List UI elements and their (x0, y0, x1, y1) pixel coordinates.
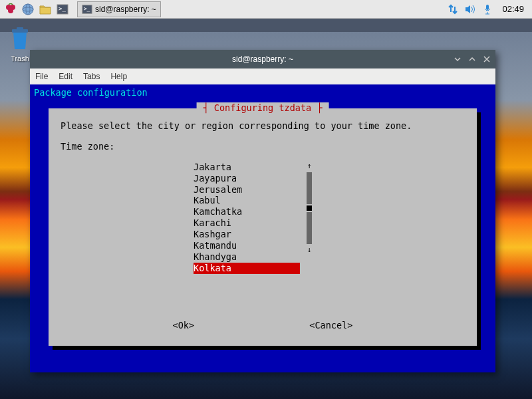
microphone-icon[interactable] (479, 1, 495, 17)
list-item[interactable]: Katmandu (194, 240, 465, 251)
menu-file[interactable]: File (35, 72, 48, 81)
taskbar: >_ >_ sid@raspberry: ~ 02:49 (0, 0, 532, 19)
app-menu-icon[interactable] (3, 1, 19, 17)
terminal-launcher-icon[interactable]: >_ (55, 1, 70, 17)
terminal-content[interactable]: Package configuration ┤ Configuring tzda… (30, 84, 495, 372)
web-browser-icon[interactable] (20, 1, 36, 17)
menu-help[interactable]: Help (110, 72, 127, 81)
window-minimize-icon[interactable] (453, 55, 462, 64)
list-item[interactable]: Jayapura (194, 173, 465, 184)
tzdata-dialog: ┤ Configuring tzdata ├ Please select the… (49, 108, 477, 346)
taskbar-window-button[interactable]: >_ sid@raspberry: ~ (77, 1, 161, 17)
window-title: sid@raspberry: ~ (232, 55, 293, 64)
svg-point-3 (23, 4, 33, 15)
cancel-button[interactable]: <Cancel> (309, 320, 352, 331)
svg-point-2 (8, 8, 13, 13)
trash-label: Trash (11, 55, 29, 63)
volume-icon[interactable] (462, 1, 478, 17)
svg-rect-10 (486, 5, 489, 10)
window-menubar: File Edit Tabs Help (30, 68, 495, 84)
window-close-icon[interactable] (482, 55, 491, 64)
network-icon[interactable] (445, 1, 461, 17)
timezone-list[interactable]: Jakarta Jayapura Jerusalem Kabul Kamchat… (194, 162, 465, 274)
list-item[interactable]: Karachi (194, 217, 465, 229)
ok-button[interactable]: <Ok> (173, 320, 195, 331)
scroll-down-icon[interactable]: ↓ (307, 245, 312, 255)
taskbar-window-label: sid@raspberry: ~ (95, 5, 156, 14)
menu-edit[interactable]: Edit (59, 72, 72, 81)
list-item[interactable]: Jerusalem (194, 184, 465, 196)
desktop-trash[interactable]: Trash (7, 25, 33, 63)
list-scrollbar[interactable]: ↑ ↓ (307, 162, 312, 265)
svg-rect-12 (17, 27, 23, 30)
window-titlebar[interactable]: sid@raspberry: ~ (30, 50, 495, 68)
terminal-window: sid@raspberry: ~ File Edit Tabs Help Pac… (30, 50, 495, 372)
taskbar-clock[interactable]: 02:49 (497, 4, 529, 14)
list-item[interactable]: Kabul (194, 195, 465, 206)
timezone-label: Time zone: (61, 141, 465, 152)
list-item[interactable]: Kamchatka (194, 206, 465, 217)
file-manager-icon[interactable] (37, 1, 53, 17)
svg-text:>_: >_ (84, 5, 90, 11)
list-item[interactable]: Kashgar (194, 229, 465, 240)
package-config-header: Package configuration (34, 87, 491, 98)
dialog-title: ┤ Configuring tzdata ├ (197, 102, 329, 114)
list-item[interactable]: Jakarta (194, 162, 465, 173)
scroll-up-icon[interactable]: ↑ (307, 162, 312, 171)
svg-text:>_: >_ (59, 5, 66, 12)
menu-tabs[interactable]: Tabs (83, 72, 100, 81)
list-item-selected[interactable]: Kolkata (194, 263, 300, 274)
window-maximize-icon[interactable] (467, 55, 477, 64)
trash-icon (7, 25, 33, 52)
dialog-prompt: Please select the city or region corresp… (61, 120, 465, 132)
list-item[interactable]: Khandyga (194, 251, 465, 263)
